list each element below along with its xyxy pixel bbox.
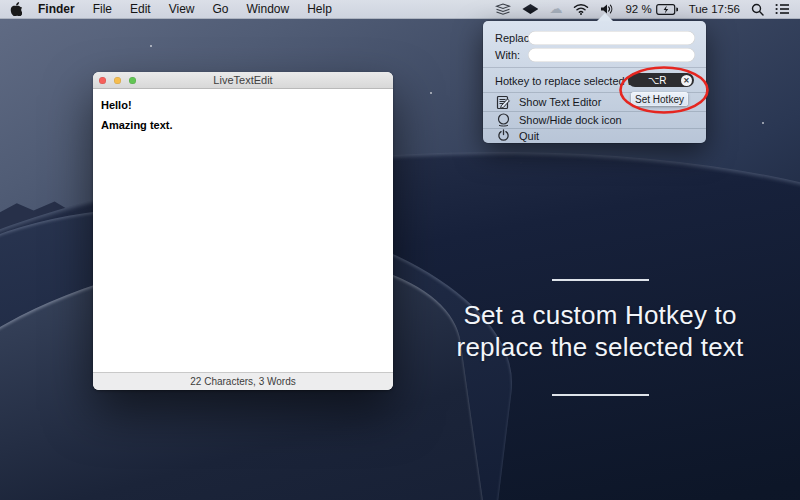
minimize-button[interactable]: [114, 77, 121, 84]
menu-bar-clock[interactable]: Tue 17:56: [689, 3, 740, 15]
caption-divider-top: [552, 279, 649, 281]
menu-item-label: Show/Hide dock icon: [519, 114, 622, 126]
document-line: Hello!: [101, 95, 385, 115]
notification-center-icon[interactable]: [775, 3, 790, 15]
apple-menu[interactable]: [10, 2, 22, 16]
window-title: LiveTextEdit: [213, 74, 272, 86]
menu-item-finder[interactable]: Finder: [38, 2, 75, 16]
hotkey-value: ⌥R: [648, 75, 675, 86]
wifi-icon[interactable]: [573, 3, 589, 15]
clear-hotkey-button[interactable]: ✕: [681, 75, 692, 86]
document-line: Amazing text.: [101, 115, 385, 135]
search-icon[interactable]: [751, 3, 764, 16]
text-editor-icon: [495, 95, 511, 110]
word-count-text: 22 Characters, 3 Words: [190, 376, 295, 387]
zoom-button[interactable]: [129, 77, 136, 84]
livetextedit-popover: Replace: With: Hotkey to replace selecte…: [483, 21, 706, 143]
desktop: Set a custom Hotkey to replace the selec…: [0, 0, 800, 500]
layers-status-icon[interactable]: [495, 3, 511, 15]
separator: [483, 67, 706, 68]
menu-item-label: Quit: [519, 130, 539, 142]
text-editor-content[interactable]: Hello! Amazing text.: [93, 89, 393, 351]
replace-input[interactable]: [528, 31, 695, 45]
menu-item-label: Show Text Editor: [519, 96, 601, 108]
menu-item-quit[interactable]: Quit: [483, 128, 706, 143]
menu-item-window[interactable]: Window: [247, 2, 290, 16]
menu-item-file[interactable]: File: [93, 2, 112, 16]
caption-divider-bottom: [552, 394, 649, 396]
caption: Set a custom Hotkey to replace the selec…: [440, 279, 760, 396]
battery-status[interactable]: 92 %: [625, 3, 677, 15]
livetextedit-window: LiveTextEdit Hello! Amazing text. 22 Cha…: [93, 72, 393, 390]
livetextedit-menubar-icon[interactable]: [522, 4, 538, 14]
close-button[interactable]: [99, 77, 106, 84]
power-icon: [495, 129, 511, 142]
hotkey-field[interactable]: ⌥R ✕: [628, 73, 694, 87]
menu-bar: Finder File Edit View Go Window Help ☁: [0, 0, 800, 19]
menu-item-view[interactable]: View: [169, 2, 195, 16]
battery-charging-icon: [656, 4, 678, 15]
popover-arrow: [597, 13, 613, 21]
dock-circle-icon: [495, 113, 511, 127]
menu-item-help[interactable]: Help: [307, 2, 332, 16]
window-titlebar[interactable]: LiveTextEdit: [93, 72, 393, 89]
caption-line-1: Set a custom Hotkey to: [440, 299, 760, 331]
cloud-status-icon[interactable]: ☁: [549, 3, 562, 15]
menu-bar-left: Finder File Edit View Go Window Help: [10, 2, 332, 16]
window-status-bar: 22 Characters, 3 Words: [93, 372, 393, 390]
with-input[interactable]: [528, 48, 695, 62]
with-label: With:: [495, 49, 520, 61]
apple-icon: [10, 2, 22, 16]
menu-bar-status: ☁ 92 %: [495, 3, 790, 16]
menu-item-go[interactable]: Go: [213, 2, 229, 16]
menu-item-show-hide-dock-icon[interactable]: Show/Hide dock icon: [483, 111, 706, 128]
battery-percent: 92 %: [625, 3, 651, 15]
menu-item-edit[interactable]: Edit: [130, 2, 151, 16]
hotkey-label: Hotkey to replace selected text: [495, 75, 645, 87]
caption-line-2: replace the selected text: [440, 331, 760, 363]
caption-text: Set a custom Hotkey to replace the selec…: [440, 299, 760, 363]
set-hotkey-button[interactable]: Set Hotkey: [631, 92, 688, 106]
